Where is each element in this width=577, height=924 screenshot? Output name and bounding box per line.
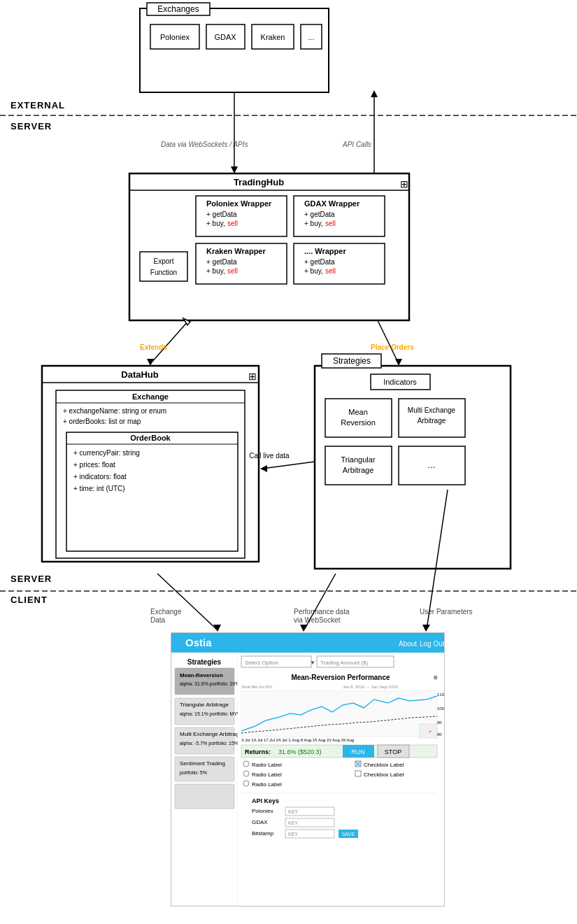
svg-rect-133 [241, 691, 437, 737]
svg-text:SAVE: SAVE [342, 832, 355, 837]
diagram-container: Exchanges Poloniex GDAX Kraken ... EXTER… [0, 0, 577, 924]
svg-text:Performance data: Performance data [294, 608, 350, 616]
svg-text:GDAX: GDAX [252, 819, 268, 825]
svg-text:EXTERNAL: EXTERNAL [10, 100, 65, 111]
svg-text:Radio Label: Radio Label [252, 781, 282, 788]
svg-text:Radio Label: Radio Label [252, 772, 282, 778]
svg-text:Strategies: Strategies [333, 356, 371, 366]
svg-line-97 [157, 574, 217, 630]
svg-text:Checkbox Label: Checkbox Label [364, 762, 404, 768]
svg-text:▼: ▼ [310, 660, 315, 666]
svg-text:+ time: int (UTC): + time: int (UTC) [73, 485, 125, 492]
svg-text:+ getData: + getData [206, 211, 237, 218]
svg-text:SERVER: SERVER [10, 121, 52, 132]
svg-rect-122 [175, 784, 234, 809]
svg-text:+ exchangeName: string or enum: + exchangeName: string or enum [63, 407, 166, 415]
svg-rect-0 [140, 8, 329, 92]
svg-text:Export: Export [154, 257, 174, 265]
svg-text:110: 110 [437, 692, 445, 697]
svg-rect-123 [238, 653, 444, 906]
svg-text:KEY: KEY [288, 820, 298, 825]
svg-text:+ getData: + getData [206, 258, 237, 266]
svg-text:+ indicators: float: + indicators: float [73, 473, 127, 481]
svg-text:...: ... [308, 33, 314, 41]
svg-text:80: 80 [437, 732, 442, 737]
svg-text:...: ... [428, 460, 436, 470]
svg-text:Radio Label: Radio Label [252, 762, 282, 768]
svg-text:Kraken Wrapper: Kraken Wrapper [206, 247, 266, 255]
svg-text:100: 100 [437, 706, 445, 711]
svg-text:Triangular: Triangular [341, 455, 375, 464]
svg-text:TradingHub: TradingHub [234, 177, 284, 187]
svg-marker-98 [213, 625, 221, 632]
svg-text:Arbitrage: Arbitrage [418, 417, 446, 425]
svg-text:Sentiment Trading: Sentiment Trading [180, 760, 225, 767]
svg-marker-102 [422, 625, 430, 632]
svg-text:SERVER: SERVER [10, 574, 52, 584]
svg-text:Checkbox Label: Checkbox Label [364, 772, 404, 778]
svg-text:Mean-Reversion: Mean-Reversion [180, 672, 223, 678]
svg-text:+ orderBooks: list or map: + orderBooks: list or map [63, 418, 141, 425]
svg-text:3.Jul  10.Jul  17.Jul  24.Jul : 3.Jul 10.Jul 17.Jul 24.Jul 1.Aug 8 Aug 1… [241, 738, 354, 742]
svg-rect-44 [140, 252, 187, 281]
svg-text:+ prices: float: + prices: float [73, 461, 115, 469]
svg-text:Extends: Extends [140, 343, 167, 351]
svg-text:Function: Function [150, 269, 177, 276]
svg-text:sell: sell [227, 267, 238, 275]
svg-text:RUN: RUN [351, 748, 365, 755]
svg-text:API Calls: API Calls [342, 141, 371, 148]
svg-text:Poloniex: Poloniex [252, 808, 273, 814]
svg-text:alpha: 31.6%  portfolio: 20%: alpha: 31.6% portfolio: 20% [180, 681, 240, 687]
svg-text:Mean-Reversion Performance: Mean-Reversion Performance [291, 674, 390, 681]
svg-text:sell: sell [227, 220, 238, 227]
svg-text:API Keys: API Keys [252, 797, 279, 804]
svg-line-75 [262, 462, 315, 469]
svg-text:STOP: STOP [385, 748, 401, 755]
svg-text:+ buy,: + buy, [206, 220, 225, 227]
svg-text:CLIENT: CLIENT [10, 595, 48, 605]
svg-text:About: About [399, 640, 417, 648]
svg-marker-17 [231, 166, 238, 173]
svg-text:≡: ≡ [434, 674, 438, 681]
svg-text:⊞: ⊞ [248, 371, 257, 382]
svg-text:+ getData: + getData [304, 258, 335, 266]
svg-text:Reversion: Reversion [341, 418, 376, 427]
svg-text:+ buy,: + buy, [304, 220, 323, 227]
svg-marker-52 [395, 359, 402, 366]
svg-line-47 [150, 320, 189, 364]
svg-text:sell: sell [325, 267, 336, 275]
svg-text:alpha: -5.7%  portfolio: 15%: alpha: -5.7% portfolio: 15% [180, 741, 238, 746]
svg-text:+ getData: + getData [304, 211, 335, 218]
svg-text:Kraken: Kraken [261, 33, 285, 41]
svg-text:KEY: KEY [288, 809, 298, 814]
svg-text:Exchange: Exchange [132, 392, 169, 401]
svg-text:Strat  Mkt  Inv  RS: Strat Mkt Inv RS [241, 685, 272, 689]
svg-text:portfolio: 5%: portfolio: 5% [180, 770, 207, 776]
svg-text:Call live data: Call live data [249, 452, 290, 460]
svg-text:Place Orders: Place Orders [371, 343, 414, 351]
svg-text:Multi Exchange Arbitrage: Multi Exchange Arbitrage [180, 731, 242, 737]
svg-text:alpha: 15.1%  portfolio: MY%: alpha: 15.1% portfolio: MY% [180, 711, 241, 717]
svg-marker-48 [147, 359, 154, 366]
svg-text:90: 90 [437, 720, 442, 725]
svg-text:Log Out: Log Out [420, 640, 445, 648]
svg-text:Indicators: Indicators [383, 378, 417, 386]
svg-text:GDAX: GDAX [214, 33, 236, 41]
svg-text:Multi Exchange: Multi Exchange [408, 406, 456, 414]
svg-text:31.6% ($520.3): 31.6% ($520.3) [278, 748, 322, 755]
svg-text:+ currencyPair: string: + currencyPair: string [73, 449, 140, 457]
svg-text:Arbitrage: Arbitrage [343, 466, 374, 474]
svg-text:User Parameters: User Parameters [420, 608, 473, 616]
svg-text:sell: sell [325, 220, 336, 227]
svg-text:Exchange: Exchange [150, 608, 182, 616]
svg-text:Ostia: Ostia [185, 637, 212, 648]
svg-text:via WebSocket: via WebSocket [294, 616, 341, 624]
svg-text:OrderBook: OrderBook [130, 434, 171, 442]
svg-text:Mean: Mean [348, 408, 368, 416]
svg-text:Triangular Arbitrage: Triangular Arbitrage [180, 702, 229, 708]
svg-text:Exchanges: Exchanges [157, 4, 199, 14]
svg-text:GDAX Wrapper: GDAX Wrapper [304, 199, 360, 208]
svg-text:Poloniex Wrapper: Poloniex Wrapper [206, 199, 272, 208]
svg-text:↗: ↗ [428, 730, 432, 734]
svg-text:+ buy,: + buy, [206, 267, 225, 275]
